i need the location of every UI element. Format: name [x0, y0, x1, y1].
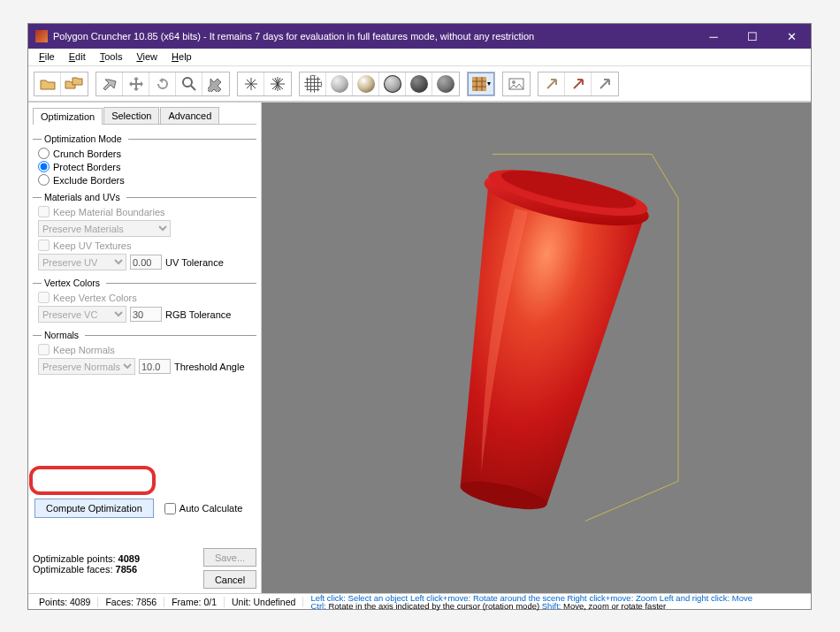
- svg-point-0: [183, 78, 192, 87]
- group-materials-uvs: Materials and UVs: [33, 192, 256, 202]
- status-hints: Left click: Select an object Left click+…: [303, 594, 807, 610]
- menu-file[interactable]: File: [34, 50, 60, 64]
- status-frame: Frame: 0/1: [164, 597, 225, 607]
- toolbar: ▾: [28, 66, 811, 102]
- label-threshold-angle: Threshold Angle: [174, 362, 245, 372]
- rotate-icon[interactable]: [149, 72, 176, 95]
- menu-bar: File Edit Tools View Help: [28, 49, 811, 66]
- batch-icon[interactable]: [61, 72, 88, 95]
- zoom-icon[interactable]: [176, 72, 202, 95]
- check-keep-normals[interactable]: Keep Normals: [38, 344, 256, 355]
- minimize-button[interactable]: ─: [694, 24, 733, 49]
- tab-optimization[interactable]: Optimization: [33, 108, 103, 125]
- close-button[interactable]: ✕: [772, 24, 811, 49]
- wireframe-sphere-icon[interactable]: [300, 72, 326, 95]
- status-points: Points: 4089: [32, 597, 98, 607]
- options-panel: Optimization Selection Advanced Optimiza…: [28, 103, 262, 593]
- group-vertex-colors: Vertex Colors: [33, 278, 256, 288]
- move-icon[interactable]: [123, 72, 149, 95]
- tab-strip: Optimization Selection Advanced: [33, 107, 256, 125]
- check-auto-calculate[interactable]: Auto Calculate: [164, 503, 243, 514]
- app-icon: [35, 30, 48, 42]
- hammer-icon[interactable]: [96, 72, 123, 95]
- open-icon[interactable]: [34, 72, 61, 95]
- radio-protect-borders[interactable]: Protect Borders: [38, 161, 256, 172]
- svg-rect-11: [472, 77, 486, 91]
- input-rgb-tolerance[interactable]: [130, 307, 162, 322]
- 3d-model-cup: [351, 127, 722, 552]
- grid-icon[interactable]: ▾: [468, 72, 494, 95]
- menu-tools[interactable]: Tools: [95, 50, 128, 64]
- input-uv-tolerance[interactable]: [130, 255, 162, 270]
- textured-sphere-icon[interactable]: [432, 72, 459, 95]
- wireframe-shaded-icon[interactable]: [379, 72, 406, 95]
- save-button[interactable]: Save...: [203, 548, 256, 567]
- compute-optimization-button[interactable]: Compute Optimization: [34, 499, 154, 518]
- app-window: Polygon Cruncher 10.85 (x64 bits) - It r…: [27, 23, 812, 610]
- cancel-button[interactable]: Cancel: [203, 570, 256, 589]
- group-normals: Normals: [33, 330, 256, 340]
- group-optimization-mode: Optimization Mode: [33, 133, 256, 144]
- select-preserve-uv[interactable]: Preserve UV: [38, 254, 126, 270]
- status-unit: Unit: Undefined: [225, 597, 303, 607]
- star-icon[interactable]: [264, 72, 291, 95]
- title-bar: Polygon Cruncher 10.85 (x64 bits) - It r…: [28, 24, 811, 49]
- menu-view[interactable]: View: [131, 50, 163, 64]
- dark-sphere-icon[interactable]: [406, 72, 432, 95]
- smooth-sphere-icon[interactable]: [353, 72, 379, 95]
- menu-help[interactable]: Help: [166, 50, 197, 64]
- tab-advanced[interactable]: Advanced: [160, 107, 219, 124]
- check-keep-uv-textures[interactable]: Keep UV Textures: [38, 240, 256, 251]
- check-keep-material-boundaries[interactable]: Keep Material Boundaries: [38, 206, 256, 217]
- svg-point-13: [512, 80, 515, 84]
- radio-exclude-borders[interactable]: Exclude Borders: [38, 174, 256, 186]
- select-preserve-materials[interactable]: Preserve Materials: [38, 220, 171, 237]
- status-bar: Points: 4089 Faces: 7856 Frame: 0/1 Unit…: [28, 593, 811, 609]
- window-title: Polygon Cruncher 10.85 (x64 bits) - It r…: [53, 31, 694, 42]
- radio-crunch-borders[interactable]: Crunch Borders: [38, 148, 256, 159]
- menu-edit[interactable]: Edit: [64, 50, 91, 64]
- arrow1-icon[interactable]: [538, 72, 565, 95]
- input-threshold-angle[interactable]: [139, 359, 171, 374]
- explode-icon[interactable]: [238, 72, 264, 95]
- arrow2-icon[interactable]: [565, 72, 592, 95]
- tab-selection[interactable]: Selection: [103, 107, 159, 124]
- select-preserve-vc[interactable]: Preserve VC: [38, 306, 126, 323]
- select-preserve-normals[interactable]: Preserve Normals: [38, 358, 135, 375]
- label-rgb-tolerance: RGB Tolerance: [165, 309, 231, 320]
- arrow3-icon[interactable]: [592, 72, 618, 95]
- status-faces: Faces: 7856: [98, 597, 164, 607]
- 3d-viewport[interactable]: [262, 103, 811, 593]
- check-keep-vertex-colors[interactable]: Keep Vertex Colors: [38, 292, 256, 303]
- tools-icon[interactable]: [202, 72, 229, 95]
- flat-sphere-icon[interactable]: [326, 72, 353, 95]
- preview-icon[interactable]: [503, 72, 530, 95]
- maximize-button[interactable]: ☐: [733, 24, 772, 49]
- label-uv-tolerance: UV Tolerance: [165, 257, 224, 268]
